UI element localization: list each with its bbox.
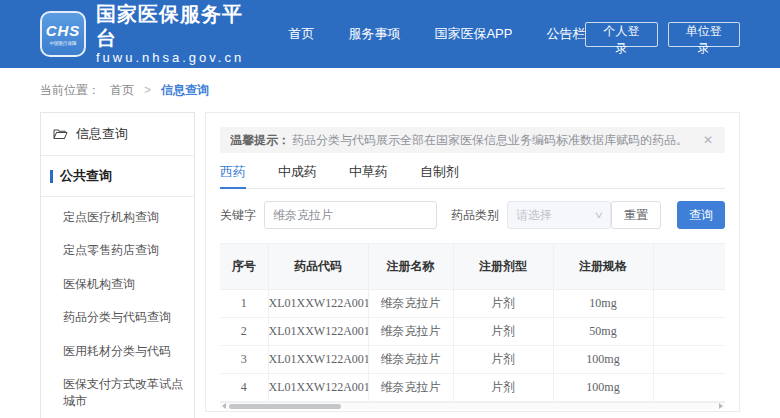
table-cell-1-1: XL01XXW122A001020... — [268, 318, 368, 346]
filter-row: 关键字 药品类别 请选择 ˅ 重置 查询 — [220, 201, 725, 229]
table-cell-0-4: 10mg — [553, 290, 653, 318]
table-cell-1-5 — [653, 318, 725, 346]
table-cell-1-3: 片剂 — [453, 318, 553, 346]
table-cell-2-0: 3 — [220, 346, 268, 374]
sidebar-item-5[interactable]: 医保支付方式改革试点城市 — [41, 368, 194, 418]
column-header-4: 注册规格 — [553, 244, 653, 290]
nav-item-3[interactable]: 公告栏 — [546, 25, 585, 43]
drug-table-body: 1XL01XXW122A001010...维奈克拉片片剂10mg2XL01XXW… — [220, 290, 725, 402]
keyword-input[interactable] — [264, 201, 437, 229]
table-cell-2-2: 维奈克拉片 — [368, 346, 453, 374]
sidebar-title-info-query[interactable]: 信息查询 — [41, 113, 194, 156]
table-cell-2-1: XL01XXW122A001040... — [268, 346, 368, 374]
drug-table: 序号药品代码注册名称注册剂型注册规格 1XL01XXW122A001010...… — [220, 243, 725, 402]
header-row: 序号药品代码注册名称注册剂型注册规格 — [220, 244, 725, 290]
breadcrumb-current[interactable]: 信息查询 — [161, 82, 209, 99]
table-cell-1-4: 50mg — [553, 318, 653, 346]
tab-3[interactable]: 自制剂 — [420, 163, 459, 188]
chs-logo-icon[interactable]: CHS 中国医疗保障 — [40, 11, 86, 57]
reset-button[interactable]: 重置 — [611, 201, 661, 229]
sidebar-item-2[interactable]: 医保机构查询 — [41, 268, 194, 301]
table-cell-1-0: 2 — [220, 318, 268, 346]
chevron-down-icon: ˅ — [595, 210, 603, 221]
table-cell-0-0: 1 — [220, 290, 268, 318]
scroll-thumb[interactable] — [229, 404, 341, 409]
table-cell-3-0: 4 — [220, 374, 268, 402]
column-header-2: 注册名称 — [368, 244, 453, 290]
section-accent-bar — [50, 170, 53, 183]
sidebar-section-public-query[interactable]: 公共查询 — [41, 156, 194, 197]
search-button[interactable]: 查询 — [677, 201, 725, 229]
personal-login-button[interactable]: 个人登录 — [585, 22, 657, 47]
table-cell-3-1: XL01XXW122A001040... — [268, 374, 368, 402]
drug-table-wrap: 序号药品代码注册名称注册剂型注册规格 1XL01XXW122A001010...… — [220, 243, 725, 402]
nav-item-2[interactable]: 国家医保APP — [434, 25, 512, 43]
table-row-0: 1XL01XXW122A001010...维奈克拉片片剂10mg — [220, 290, 725, 318]
sidebar: 信息查询 公共查询 定点医疗机构查询定点零售药店查询医保机构查询药品分类与代码查… — [40, 112, 195, 418]
sidebar-item-4[interactable]: 医用耗材分类与代码 — [41, 335, 194, 368]
breadcrumb-home[interactable]: 首页 — [110, 82, 134, 99]
breadcrumb: 当前位置： 首页 > 信息查询 — [0, 68, 780, 112]
scroll-right-icon[interactable] — [717, 403, 725, 410]
sidebar-item-1[interactable]: 定点零售药店查询 — [41, 234, 194, 267]
logo-subtext: 中国医疗保障 — [50, 40, 77, 45]
column-header-3: 注册剂型 — [453, 244, 553, 290]
site-title-block: 国家医保服务平台 fuwu.nhsa.gov.cn — [96, 2, 260, 66]
table-cell-0-5 — [653, 290, 725, 318]
login-group: 个人登录单位登录 — [585, 22, 740, 47]
table-row-1: 2XL01XXW122A001020...维奈克拉片片剂50mg — [220, 318, 725, 346]
page: CHS 中国医疗保障 国家医保服务平台 fuwu.nhsa.gov.cn 首页服… — [0, 0, 780, 418]
table-cell-2-5 — [653, 346, 725, 374]
table-cell-2-4: 100mg — [553, 346, 653, 374]
drug-table-head: 序号药品代码注册名称注册剂型注册规格 — [220, 244, 725, 290]
scroll-left-icon[interactable] — [220, 403, 228, 410]
header-nav: 首页服务事项国家医保APP公告栏 — [288, 25, 585, 43]
horizontal-scrollbar[interactable] — [220, 402, 725, 409]
unit-login-button[interactable]: 单位登录 — [668, 22, 740, 47]
logo-abbr: CHS — [46, 23, 81, 38]
notice-prefix: 温馨提示： — [230, 132, 290, 149]
site-domain: fuwu.nhsa.gov.cn — [96, 50, 260, 66]
category-label: 药品类别 — [451, 207, 499, 224]
folder-icon — [53, 128, 68, 140]
close-icon[interactable]: ✕ — [701, 133, 715, 147]
main-panel: 温馨提示： 药品分类与代码展示全部在国家医保信息业务编码标准数据库赋码的药品。 … — [205, 112, 740, 412]
sidebar-section-label: 公共查询 — [60, 167, 112, 185]
table-cell-3-2: 维奈克拉片 — [368, 374, 453, 402]
column-header-1: 药品代码 — [268, 244, 368, 290]
table-cell-1-2: 维奈克拉片 — [368, 318, 453, 346]
breadcrumb-prefix: 当前位置： — [40, 82, 100, 99]
table-cell-2-3: 片剂 — [453, 346, 553, 374]
keyword-label: 关键字 — [220, 207, 256, 224]
tab-0[interactable]: 西药 — [220, 163, 246, 188]
tab-bar: 西药中成药中草药自制剂 — [220, 163, 725, 189]
sidebar-item-0[interactable]: 定点医疗机构查询 — [41, 201, 194, 234]
column-header-5 — [653, 244, 725, 290]
table-cell-3-4: 100mg — [553, 374, 653, 402]
sidebar-title-label: 信息查询 — [76, 125, 128, 143]
breadcrumb-separator-icon: > — [144, 83, 151, 97]
scroll-track[interactable] — [228, 403, 717, 410]
category-select[interactable]: 请选择 ˅ — [507, 201, 611, 229]
tab-1[interactable]: 中成药 — [278, 163, 317, 188]
table-row-3: 4XL01XXW122A001040...维奈克拉片片剂100mg — [220, 374, 725, 402]
notice-bar: 温馨提示： 药品分类与代码展示全部在国家医保信息业务编码标准数据库赋码的药品。 … — [220, 127, 725, 153]
table-cell-3-5 — [653, 374, 725, 402]
tab-2[interactable]: 中草药 — [349, 163, 388, 188]
column-header-0: 序号 — [220, 244, 268, 290]
table-row-2: 3XL01XXW122A001040...维奈克拉片片剂100mg — [220, 346, 725, 374]
table-cell-0-3: 片剂 — [453, 290, 553, 318]
nav-item-1[interactable]: 服务事项 — [348, 25, 400, 43]
sidebar-item-3[interactable]: 药品分类与代码查询 — [41, 301, 194, 334]
top-header: CHS 中国医疗保障 国家医保服务平台 fuwu.nhsa.gov.cn 首页服… — [0, 0, 780, 68]
notice-text: 药品分类与代码展示全部在国家医保信息业务编码标准数据库赋码的药品。 — [292, 132, 701, 149]
table-cell-3-3: 片剂 — [453, 374, 553, 402]
sidebar-list: 定点医疗机构查询定点零售药店查询医保机构查询药品分类与代码查询医用耗材分类与代码… — [41, 197, 194, 418]
category-placeholder: 请选择 — [516, 207, 552, 224]
table-cell-0-2: 维奈克拉片 — [368, 290, 453, 318]
nav-item-0[interactable]: 首页 — [288, 25, 314, 43]
table-cell-0-1: XL01XXW122A001010... — [268, 290, 368, 318]
site-title: 国家医保服务平台 — [96, 2, 260, 50]
content: 信息查询 公共查询 定点医疗机构查询定点零售药店查询医保机构查询药品分类与代码查… — [0, 112, 780, 418]
